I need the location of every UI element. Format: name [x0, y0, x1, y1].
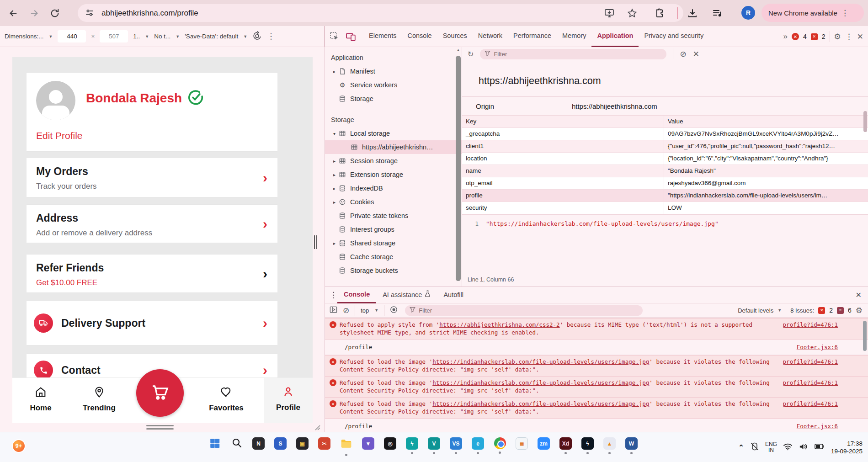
expander-icon[interactable]: ▸ — [331, 186, 338, 191]
taskbar-lightning-app-icon[interactable]: ϟ — [580, 435, 596, 460]
wifi-icon[interactable] — [783, 442, 793, 453]
storage-filter-input[interactable]: Filter — [480, 49, 666, 59]
settings-gear-icon[interactable]: ⚙ — [834, 32, 841, 42]
source-location-link[interactable]: profile?id=476:1 — [783, 358, 838, 366]
sidebar-item-storage[interactable]: Storage — [325, 92, 462, 106]
console-errors-icon[interactable]: ✕ — [792, 33, 799, 40]
back-icon[interactable] — [6, 6, 20, 20]
sidebar-item-session-storage[interactable]: ▸Session storage — [325, 154, 462, 168]
devtools-tab-application[interactable]: Application — [591, 26, 639, 47]
menu-item-delivery-support[interactable]: Delivery Support › — [27, 301, 277, 345]
refresh-icon[interactable]: ↻ — [468, 50, 474, 58]
tab-console[interactable]: Console — [337, 287, 376, 303]
taskbar-file-explorer-icon[interactable] — [338, 435, 354, 460]
console-sidebar-icon[interactable] — [330, 306, 337, 315]
console-error-message[interactable]: ✕Refused to load the image 'https://indi… — [325, 355, 868, 377]
taskbar-chrome-icon[interactable] — [492, 435, 508, 460]
sidebar-item-https-abhijeethkrishn[interactable]: https://abhijeethkrishn… — [325, 140, 462, 154]
rotate-viewport-icon[interactable] — [252, 31, 262, 42]
sidebar-item-interest-groups[interactable]: Interest groups — [325, 223, 462, 236]
nav-item-home[interactable]: Home — [21, 378, 60, 423]
close-devtools-icon[interactable]: ✕ — [857, 32, 863, 42]
language-indicator[interactable]: ENG IN — [765, 441, 777, 453]
source-location-link[interactable]: profile?id=476:1 — [783, 400, 838, 408]
devtools-tab-elements[interactable]: Elements — [363, 26, 402, 47]
devtools-tab-performance[interactable]: Performance — [508, 26, 557, 47]
nav-item-favorites[interactable]: Favorites — [203, 378, 249, 423]
bookmark-star-icon[interactable] — [627, 8, 638, 19]
column-header-key[interactable]: Key — [462, 116, 664, 127]
scrollbar-thumb[interactable] — [456, 56, 461, 281]
nav-item-trending[interactable]: Trending — [75, 378, 123, 423]
source-location-link[interactable]: Footer.jsx:6 — [797, 422, 838, 430]
console-scrollbar-thumb[interactable] — [863, 321, 867, 351]
vertical-resize-handle[interactable] — [314, 235, 317, 249]
console-error-message[interactable]: ✕Refused to load the image 'https://indi… — [325, 398, 868, 419]
taskbar-v-tool-icon[interactable]: V — [426, 435, 442, 460]
context-selector[interactable]: top — [361, 307, 369, 314]
device-toolbar-menu-icon[interactable]: ⋮ — [267, 32, 275, 41]
expander-icon[interactable]: ▸ — [331, 241, 338, 246]
inspect-element-icon[interactable] — [330, 32, 339, 43]
devtools-menu-icon[interactable]: ⋮ — [845, 32, 853, 42]
taskbar-search-icon[interactable] — [229, 435, 245, 460]
storage-row-otp-email[interactable]: otp_emailrajeshyadav366@gmail.com — [462, 177, 868, 190]
message-link[interactable]: https://abhijeethkrishna.com/css2-2 — [439, 321, 559, 328]
sidebar-item-private-state-tokens[interactable]: Private state tokens — [325, 209, 462, 223]
sidebar-item-cookies[interactable]: ▸Cookies — [325, 195, 462, 209]
zoom-dropdown[interactable]: 1.. — [133, 33, 140, 40]
sidebar-item-local-storage[interactable]: ▾Local storage — [325, 127, 462, 140]
console-log-message[interactable]: /profileFooter.jsx:6 — [325, 419, 868, 432]
message-link[interactable]: https://indianhackerslab.com/file-upload… — [432, 379, 649, 386]
expander-icon[interactable]: ▸ — [331, 172, 338, 177]
taskbar-zoom-icon[interactable]: zm — [536, 435, 552, 460]
menu-item-address[interactable]: Address Add or remove a delivery address… — [27, 204, 277, 243]
drawer-menu-icon[interactable]: ⋮ — [330, 290, 337, 300]
taskbar-xd-icon[interactable]: Xd — [558, 435, 574, 460]
delete-selected-icon[interactable]: ✕ — [693, 49, 699, 59]
taskbar-drive-icon[interactable]: ▼ — [360, 435, 376, 460]
clock[interactable]: 17:38 19-09-2025 — [831, 440, 863, 455]
downloads-icon[interactable] — [686, 6, 699, 20]
profile-avatar[interactable]: R — [741, 6, 755, 20]
source-location-link[interactable]: Footer.jsx:6 — [797, 343, 838, 351]
sidebar-item-cache-storage[interactable]: Cache storage — [325, 250, 462, 264]
taskbar-store-icon[interactable]: S — [272, 435, 288, 460]
expander-icon[interactable]: ▸ — [331, 200, 338, 205]
console-settings-gear-icon[interactable]: ⚙ — [856, 306, 863, 315]
storage-row-profile[interactable]: profile"https://indianhackerslab.com/fil… — [462, 190, 868, 202]
nav-item-profile[interactable]: Profile — [264, 378, 313, 423]
devtools-tab-console[interactable]: Console — [402, 26, 437, 47]
console-log-message[interactable]: /profileFooter.jsx:6 — [325, 340, 868, 355]
drawer-drag-handle[interactable] — [146, 425, 174, 431]
forward-icon[interactable] — [27, 6, 41, 20]
storage-row-client1[interactable]: client1{"user_id":476,"profile_pic":null… — [462, 140, 868, 153]
message-link[interactable]: https://indianhackerslab.com/file-upload… — [432, 400, 649, 407]
sidebar-item-shared-storage[interactable]: ▸Shared storage — [325, 236, 462, 250]
storage-row-location[interactable]: location{"location_id":"6","city":"Visak… — [462, 153, 868, 165]
console-error-message[interactable]: ✕Refused to load the image 'https://indi… — [325, 377, 868, 398]
console-filter-input[interactable]: Filter — [405, 305, 643, 316]
address-bar[interactable]: abhijeethkrishna.com/profile — [78, 4, 683, 22]
devtools-tab-network[interactable]: Network — [473, 26, 508, 47]
taskbar-audio-editor-icon[interactable]: ✂ — [316, 435, 332, 460]
close-drawer-icon[interactable]: ✕ — [856, 291, 862, 299]
clear-storage-icon[interactable]: ⊘ — [680, 49, 686, 59]
url-text[interactable]: abhijeethkrishna.com/profile — [101, 4, 198, 22]
source-location-link[interactable]: profile?id=476:1 — [783, 379, 838, 387]
console-error-message[interactable]: ✕Refused to apply style from 'https://ab… — [325, 318, 868, 340]
dimensions-dropdown[interactable]: Dimensions:... — [5, 33, 44, 40]
clear-console-icon[interactable]: ⊘ — [343, 306, 349, 315]
viewport-width-input[interactable]: 440 — [58, 30, 86, 42]
menu-item-my-orders[interactable]: My Orders Track your orders › — [27, 158, 277, 197]
touchpad-icon[interactable] — [750, 442, 759, 453]
taskbar-edge-icon[interactable]: e — [470, 435, 486, 460]
edit-profile-link[interactable]: Edit Profile — [36, 130, 83, 141]
throttling-dropdown[interactable]: No t... — [154, 33, 170, 40]
taskbar-start-icon[interactable] — [207, 435, 223, 460]
taskbar-thunder-client-icon[interactable]: ϟ — [404, 435, 420, 460]
taskbar-vlc-icon[interactable]: ▲ — [602, 435, 618, 460]
storage-scrollbar-thumb[interactable] — [863, 111, 867, 132]
expander-icon[interactable]: ▸ — [331, 159, 338, 164]
issues-icon[interactable]: ✕ — [811, 33, 818, 40]
